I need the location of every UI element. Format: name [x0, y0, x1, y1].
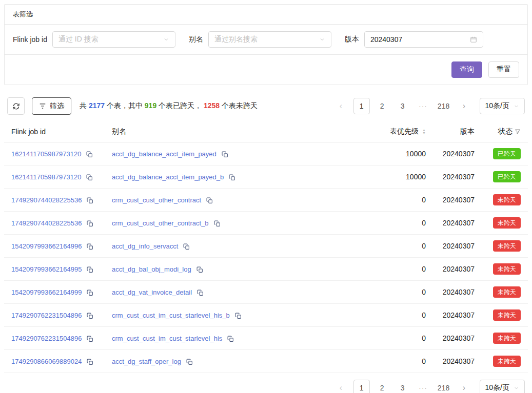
copy-icon[interactable]	[222, 151, 228, 158]
cell-flink-job-id: 1749290762231504896	[11, 334, 112, 342]
version-value: 20240307	[426, 311, 475, 319]
funnel-icon[interactable]	[515, 129, 521, 135]
header-alias: 别名	[112, 127, 359, 136]
alias-placeholder: 通过别名搜索	[214, 35, 258, 44]
flink-job-id-link[interactable]: 1749290744028225536	[11, 219, 82, 227]
flink-job-id-link[interactable]: 1542097993662164999	[11, 288, 82, 296]
chevron-down-icon	[319, 36, 325, 43]
copy-icon[interactable]	[87, 197, 93, 204]
page-button-218[interactable]: 218	[436, 380, 452, 393]
page-size-select[interactable]: 10条/页	[480, 380, 525, 393]
copy-icon[interactable]	[206, 197, 213, 204]
cell-flink-job-id: 1749290744028225536	[11, 196, 112, 204]
flink-job-id-link[interactable]: 1749290866069889024	[11, 358, 82, 365]
next-page-button[interactable]: ›	[456, 98, 472, 114]
cell-status: 未跨天	[475, 286, 521, 298]
top-pagination-zone: ‹ 1 2 3 ··· 218 › 10条/页	[331, 98, 525, 114]
page-button-3[interactable]: 3	[395, 380, 411, 393]
query-button[interactable]: 查询	[451, 61, 482, 78]
copy-icon[interactable]	[214, 220, 221, 227]
cell-alias: crm_cust_cust_other_contract	[112, 196, 359, 204]
page-button-218[interactable]: 218	[436, 98, 452, 114]
copy-icon[interactable]	[197, 289, 204, 296]
copy-icon[interactable]	[229, 174, 235, 181]
copy-icon[interactable]	[87, 243, 93, 250]
version-value: 20240307	[426, 173, 475, 181]
alias-link[interactable]: acct_dg_info_servacct	[112, 242, 178, 250]
page-ellipsis[interactable]: ···	[415, 98, 431, 114]
prev-page-button[interactable]: ‹	[333, 98, 349, 114]
flink-job-id-select[interactable]: 通过 ID 搜索	[52, 31, 175, 48]
filter-panel-title: 表筛选	[5, 5, 527, 25]
filter-lines-icon	[39, 102, 46, 110]
cell-status: 未跨天	[475, 309, 521, 321]
table-row: 1621411705987973120 acct_dg_balance_acct…	[4, 142, 528, 166]
copy-icon[interactable]	[87, 220, 93, 227]
alias-link[interactable]: crm_cust_cust_other_contract_b	[112, 219, 209, 227]
page-button-1[interactable]: 1	[353, 98, 370, 114]
copy-icon[interactable]	[87, 266, 93, 273]
alias-link[interactable]: acct_dg_balance_acct_item_payed_b	[112, 173, 224, 181]
alias-link[interactable]: acct_dg_staff_oper_log	[112, 358, 181, 365]
priority-value: 0	[359, 219, 426, 227]
filter-fields-row: Flink job id 通过 ID 搜索 别名 通过别名搜索	[5, 25, 527, 54]
version-date-input[interactable]	[364, 31, 483, 48]
header-version: 版本	[426, 127, 475, 136]
field-flink-job-id: Flink job id 通过 ID 搜索	[13, 31, 175, 48]
flink-job-id-link[interactable]: 1542097993662164995	[11, 265, 82, 273]
table-row: 1542097993662164996 acct_dg_info_servacc…	[4, 235, 528, 258]
flink-job-id-link[interactable]: 1749290762231504896	[11, 312, 82, 319]
alias-link[interactable]: acct_dg_bal_obj_modi_log	[112, 265, 191, 273]
alias-link[interactable]: crm_cust_cust_im_cust_starlevel_his_b	[112, 312, 230, 319]
page-button-2[interactable]: 2	[374, 380, 390, 393]
cell-alias: acct_dg_bal_obj_modi_log	[112, 265, 359, 273]
copy-icon[interactable]	[86, 174, 93, 181]
copy-icon[interactable]	[87, 359, 93, 365]
refresh-button[interactable]	[7, 97, 25, 115]
refresh-icon	[12, 102, 20, 110]
version-value-input[interactable]	[370, 35, 470, 44]
flink-job-id-link[interactable]: 1749290744028225536	[11, 196, 82, 204]
alias-link[interactable]: crm_cust_cust_other_contract	[112, 196, 201, 204]
alias-link[interactable]: acct_dg_vat_invoice_detail	[112, 288, 192, 296]
copy-icon[interactable]	[87, 289, 93, 296]
alias-link[interactable]: acct_dg_balance_acct_item_payed	[112, 150, 216, 158]
copy-icon[interactable]	[183, 243, 190, 250]
page-button-3[interactable]: 3	[395, 98, 411, 114]
table-row: 1621411705987973120 acct_dg_balance_acct…	[4, 166, 528, 189]
next-page-button[interactable]: ›	[456, 380, 472, 393]
table-body: 1621411705987973120 acct_dg_balance_acct…	[4, 142, 528, 373]
field-alias: 别名 通过别名搜索	[189, 31, 331, 48]
page-button-2[interactable]: 2	[374, 98, 390, 114]
priority-value: 10000	[359, 150, 426, 158]
version-value: 20240307	[426, 196, 475, 204]
flink-job-id-label: Flink job id	[13, 35, 47, 44]
page: 表筛选 Flink job id 通过 ID 搜索 别名 通过别名搜索	[0, 0, 532, 393]
page-button-1[interactable]: 1	[353, 380, 370, 393]
prev-page-button[interactable]: ‹	[333, 380, 349, 393]
page-ellipsis[interactable]: ···	[415, 380, 431, 393]
page-size-select[interactable]: 10条/页	[480, 98, 525, 114]
copy-icon[interactable]	[196, 266, 203, 273]
copy-icon[interactable]	[86, 151, 93, 158]
version-value: 20240307	[426, 242, 475, 250]
copy-icon[interactable]	[186, 359, 193, 365]
cell-status: 未跨天	[475, 333, 521, 344]
flink-job-id-link[interactable]: 1621411705987973120	[11, 150, 81, 158]
flink-job-id-link[interactable]: 1542097993662164996	[11, 242, 82, 250]
filter-toggle-button[interactable]: 筛选	[32, 97, 71, 115]
copy-icon[interactable]	[87, 313, 93, 319]
copy-icon[interactable]	[227, 336, 234, 342]
alias-link[interactable]: crm_cust_cust_im_cust_starlevel_his	[112, 335, 222, 342]
flink-job-id-link[interactable]: 1749290762231504896	[11, 335, 82, 342]
version-value: 20240307	[426, 334, 475, 342]
copy-icon[interactable]	[87, 336, 93, 342]
copy-icon[interactable]	[235, 313, 242, 319]
header-flink-job-id: Flink job id	[11, 128, 112, 136]
reset-button[interactable]: 重置	[488, 61, 519, 78]
flink-job-id-link[interactable]: 1621411705987973120	[11, 173, 81, 181]
cell-alias: acct_dg_info_servacct	[112, 242, 359, 250]
header-priority-label: 表优先级	[390, 127, 419, 136]
alias-select[interactable]: 通过别名搜索	[208, 31, 331, 48]
sort-icon[interactable]: ▲▼	[422, 129, 426, 135]
